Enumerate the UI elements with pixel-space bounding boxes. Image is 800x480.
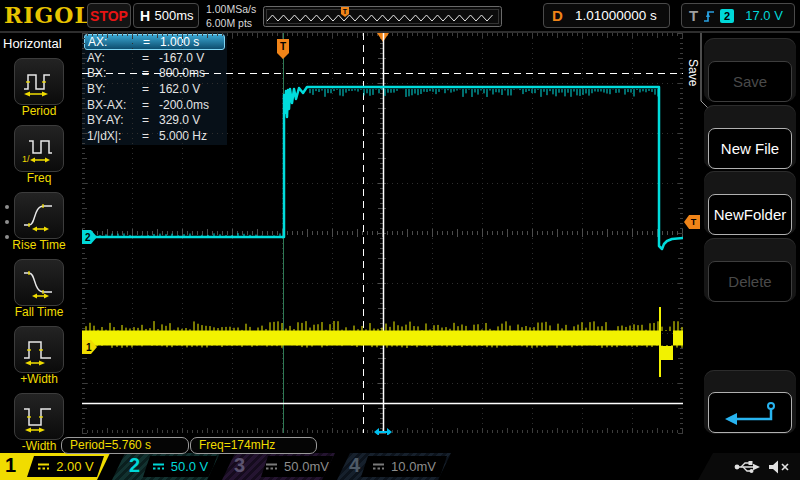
period-readout: Period=5.760 s [61, 437, 189, 454]
sample-rate: 1.00MSa/s [206, 2, 256, 16]
trigger-level-value: 17.0 V [734, 8, 794, 23]
run-state-indicator[interactable]: STOP [87, 3, 131, 28]
waveform-overview-strip[interactable]: T [263, 6, 502, 27]
nwidth-button[interactable] [14, 393, 64, 440]
channel-status-bar: 1 2.00 V 2 50.0 V 3 50.0mV [0, 453, 800, 480]
svg-text:1: 1 [86, 342, 92, 353]
graticule-area: T21 AX: = 1.000 s AY: = -167.0 V BX: = 8… [82, 33, 683, 453]
period-button[interactable] [14, 58, 64, 105]
nwidth-icon [21, 401, 57, 433]
delay-label: D [552, 7, 563, 24]
freq-label: Freq [0, 171, 78, 185]
delete-button[interactable]: Delete [708, 261, 792, 302]
rise-time-label: Rise Time [0, 238, 78, 252]
svg-text:2: 2 [85, 232, 91, 243]
menu-tab-save: Save [686, 59, 700, 73]
right-soft-menu: Save Save New File NewFolder Delete [684, 33, 800, 453]
overview-waveform-icon: T [263, 6, 502, 27]
pwidth-button[interactable] [14, 326, 64, 373]
channel-3-scale: 50.0mV [284, 459, 329, 474]
svg-text:1/: 1/ [22, 154, 30, 164]
delay-box[interactable]: D 1.01000000 s [543, 3, 670, 28]
period-label: Period [0, 104, 78, 118]
horizontal-timebase-box[interactable]: H 500ms [133, 3, 199, 28]
timebase-value: 500ms [150, 8, 198, 23]
fall-time-button[interactable] [14, 259, 64, 306]
left-measure-menu: Horizontal Period 1/ Freq [0, 33, 82, 453]
channel-3-block[interactable]: 3 50.0mV [222, 453, 335, 480]
channel-4-block[interactable]: 4 10.0mV [337, 453, 451, 480]
trigger-box[interactable]: T 2 17.0 V [681, 3, 795, 28]
save-button[interactable]: Save [708, 61, 792, 102]
waveform-display[interactable]: T21 [82, 33, 683, 435]
channel-1-scale: 2.00 V [56, 459, 94, 474]
top-status-bar: RIGOL STOP H 500ms 1.00MSa/s 6.00M pts T… [0, 0, 800, 33]
delay-value: 1.01000000 s [563, 8, 669, 23]
freq-readout: Freq=174mHz [190, 437, 317, 454]
channel-4-scale: 10.0mV [391, 459, 436, 474]
fall-time-label: Fall Time [0, 305, 78, 319]
menu-page-dot [5, 235, 9, 239]
freq-icon: 1/ [21, 133, 57, 165]
usb-icon [734, 460, 761, 474]
return-arrow-icon [715, 399, 785, 427]
pwidth-icon [21, 334, 57, 366]
menu-page-dot [5, 205, 9, 209]
graticule-grid [82, 33, 683, 434]
channel-1-block[interactable]: 1 2.00 V [0, 453, 110, 480]
trigger-label: T [689, 7, 698, 24]
menu-page-dot [5, 220, 9, 224]
new-folder-button[interactable]: NewFolder [708, 194, 792, 235]
coupling-icon [265, 462, 278, 471]
pwidth-label: +Width [0, 372, 78, 386]
new-file-button[interactable]: New File [708, 128, 792, 169]
rise-time-button[interactable] [14, 192, 64, 239]
rising-edge-icon [702, 8, 715, 24]
svg-text:T: T [280, 41, 286, 52]
svg-text:T: T [343, 8, 348, 15]
fall-time-icon [21, 267, 57, 299]
system-status-box [698, 453, 800, 480]
acquisition-info: 1.00MSa/s 6.00M pts [206, 2, 256, 30]
speaker-muted-icon [767, 460, 791, 474]
memory-depth: 6.00M pts [206, 16, 256, 30]
channel-2-scale: 50.0 V [171, 459, 209, 474]
menu-title: Horizontal [3, 36, 62, 51]
rise-time-icon [21, 200, 57, 232]
coupling-icon [37, 462, 50, 471]
freq-button[interactable]: 1/ [14, 125, 64, 172]
coupling-icon [152, 462, 165, 471]
rigol-logo: RIGOL [4, 2, 91, 28]
channel-2-block[interactable]: 2 50.0 V [112, 453, 220, 480]
period-icon [21, 66, 57, 98]
horizontal-label: H [140, 8, 150, 24]
coupling-icon [372, 462, 385, 471]
trigger-source-badge: 2 [720, 9, 734, 23]
return-button[interactable] [708, 392, 792, 433]
